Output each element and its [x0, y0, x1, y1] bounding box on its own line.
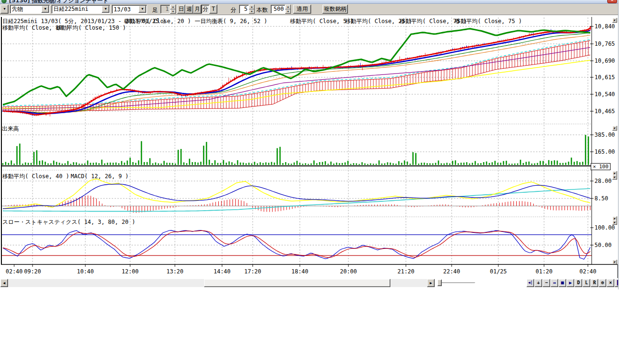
minute-stepper[interactable]: 5 ▲▼	[239, 5, 255, 14]
chevron-down-icon[interactable]: ▼	[102, 6, 109, 13]
market-select[interactable]: 先物 ▼	[10, 5, 50, 14]
bar-interval-stepper: 1 ▲▼	[160, 5, 176, 14]
scroll-left-icon[interactable]: ◀	[0, 279, 8, 287]
spin-up-icon[interactable]: ▲	[285, 5, 291, 9]
fit-width-button[interactable]: ↔	[551, 279, 558, 287]
bottom-scroll-bar: ◀ ▶ ◀|+−↔■▶DLR⊕×▌	[0, 279, 618, 288]
spin-down-icon[interactable]: ▼	[285, 9, 291, 14]
zoom-slider-handle[interactable]	[438, 280, 442, 286]
zoom-slider-track[interactable]	[438, 282, 475, 284]
scrollbar-track[interactable]	[8, 279, 204, 287]
nav-start-button[interactable]: ◀|	[527, 279, 534, 287]
chart-menu-dropdown[interactable]: ▼	[0, 5, 8, 14]
scrollbar-track[interactable]	[390, 279, 427, 287]
contract-select-value: 13/03	[112, 6, 138, 13]
r-mode-button[interactable]: R	[591, 279, 598, 287]
count-label: 本数	[256, 6, 268, 14]
main-toolbar: ▼ 先物 ▼ 日経225mini ▼ 13/03 ▼ 足 1 ▲▼ 日 週 月 …	[0, 4, 618, 15]
multi-symbol-button[interactable]: 複数銘柄	[322, 5, 348, 14]
chevron-down-icon[interactable]: ▼	[139, 6, 146, 13]
spin-up-icon[interactable]: ▲	[170, 5, 176, 9]
close-chart-button[interactable]: ×	[607, 279, 614, 287]
spinner-buttons[interactable]: ▲▼	[285, 5, 291, 14]
spin-down-icon[interactable]: ▼	[249, 9, 255, 14]
scroll-right-icon[interactable]: ▶	[427, 279, 435, 287]
spin-up-icon[interactable]: ▲	[249, 5, 255, 9]
market-select-value: 先物	[10, 5, 41, 13]
pane-scroll-icon[interactable]: ◤	[612, 126, 617, 131]
pane-scroll-icon[interactable]: ◤	[612, 18, 617, 23]
bar-count-value[interactable]: 500	[271, 5, 285, 14]
period-minute-button[interactable]: 分	[201, 5, 209, 14]
period-month-button[interactable]: 月	[193, 5, 201, 14]
application-screen: [5130] 指数先物/オプションチャート × ▼ 先物 ▼ 日経225mini…	[0, 0, 644, 362]
pane-scroll-icon[interactable]: ◤	[612, 220, 617, 225]
pane-scroll-icon[interactable]: ◤	[612, 260, 617, 264]
symbol-select[interactable]: 日経225mini ▼	[51, 5, 110, 14]
zoom-out-button[interactable]: −	[543, 279, 550, 287]
bar-count-stepper[interactable]: 500 ▲▼	[271, 5, 291, 14]
symbol-select-value: 日経225mini	[52, 5, 101, 13]
minute-value[interactable]: 5	[239, 5, 249, 14]
scrollbar-thumb[interactable]	[204, 279, 390, 287]
minute-label: 分	[231, 6, 236, 14]
marker-button[interactable]: ■	[559, 279, 566, 287]
spin-down-icon[interactable]: ▼	[170, 9, 176, 14]
contract-select[interactable]: 13/03 ▼	[112, 5, 147, 14]
period-day-button[interactable]: 日	[177, 5, 185, 14]
pane-scroll-icon[interactable]: ◤	[612, 175, 617, 180]
bar-label: 足	[152, 6, 158, 14]
spinner-buttons[interactable]: ▲▼	[249, 5, 255, 14]
bar-interval-value: 1	[160, 5, 170, 14]
period-week-button[interactable]: 週	[185, 5, 193, 14]
apply-button[interactable]: 適用	[293, 5, 311, 14]
zoom-in-button[interactable]: +	[535, 279, 542, 287]
period-tick-button[interactable]: T	[209, 5, 217, 14]
chart-window: [5130] 指数先物/オプションチャート × ▼ 先物 ▼ 日経225mini…	[0, 0, 619, 289]
clipped-button[interactable]: ▌	[615, 279, 618, 287]
d-mode-button[interactable]: D	[575, 279, 582, 287]
chevron-down-icon[interactable]: ▼	[41, 6, 49, 13]
chart-canvas[interactable]	[0, 0, 618, 288]
volume-multiplier-badge: × 100	[591, 163, 611, 170]
l-mode-button[interactable]: L	[583, 279, 590, 287]
nav-forward-button[interactable]: ▶	[567, 279, 574, 287]
magnifier-button[interactable]: ⊕	[599, 279, 606, 287]
spinner-buttons[interactable]: ▲▼	[170, 5, 176, 14]
